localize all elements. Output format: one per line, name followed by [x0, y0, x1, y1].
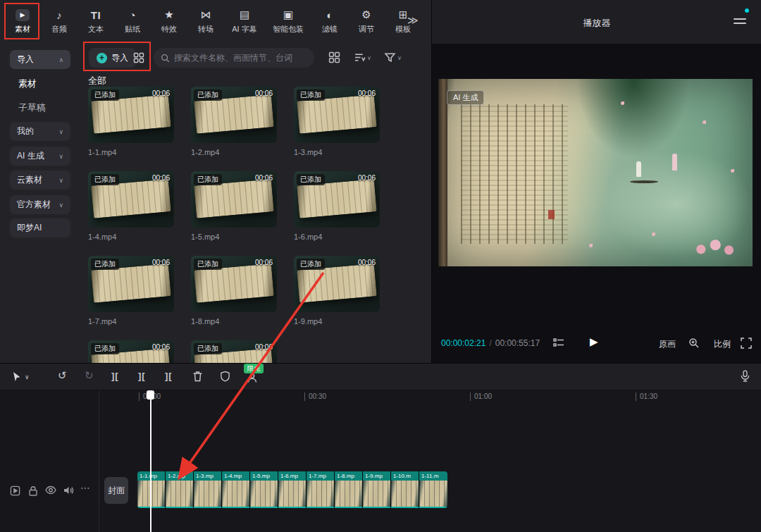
lock-icon[interactable] — [28, 485, 38, 496]
original-quality-button[interactable]: 原画 — [659, 338, 676, 350]
playhead-handle[interactable] — [147, 390, 154, 400]
media-thumbnail[interactable]: 已添加 00:06 — [191, 171, 277, 228]
split-icon[interactable]: ][ — [111, 371, 119, 381]
tab-adjust[interactable]: ⚙ 调节 — [348, 0, 385, 42]
tab-transition[interactable]: ⋈ 转场 — [187, 0, 224, 42]
import-button[interactable]: + 导入 — [89, 48, 136, 68]
timeline-clip[interactable]: 1-3.mp — [194, 471, 222, 508]
timeline-clip[interactable]: 1-6.mp — [278, 471, 307, 508]
media-thumbnail[interactable]: 已添加 00:06 — [294, 171, 380, 228]
media-item[interactable]: 已添加 00:06 1-7.mp4 — [88, 256, 174, 326]
sidebar-item-mine[interactable]: 我的 ∨ — [10, 122, 70, 141]
media-thumbnail[interactable]: 已添加 00:06 — [88, 256, 174, 312]
select-cursor-icon[interactable] — [11, 371, 22, 383]
filter-all-label[interactable]: 全部 — [88, 75, 106, 87]
media-item[interactable]: 已添加 00:06 — [88, 340, 174, 363]
media-item[interactable]: 已添加 00:06 1-4.mp4 — [88, 171, 174, 241]
sidebar-import-header[interactable]: 导入 ∧ — [10, 50, 70, 69]
track-preview-icon[interactable] — [10, 485, 20, 496]
media-item[interactable]: 已添加 00:06 1-1.mp4 — [88, 87, 174, 156]
sidebar-item-jimeng-ai[interactable]: 即梦AI — [10, 218, 70, 237]
template-icon: ⊞ — [399, 8, 408, 22]
playhead-line[interactable] — [150, 392, 151, 532]
media-thumbnail[interactable]: 已添加 00:06 — [294, 256, 380, 312]
tab-filter[interactable]: ◐ 滤镜 — [311, 0, 348, 42]
media-thumbnail[interactable]: 已添加 00:06 — [191, 256, 277, 312]
tab-ai-subtitle[interactable]: ▤ AI 字幕 — [224, 0, 265, 42]
media-item[interactable]: 已添加 00:06 1-3.mp4 — [294, 87, 380, 156]
player-menu-icon[interactable] — [734, 18, 746, 25]
red-seal — [548, 210, 555, 219]
media-thumbnail[interactable]: 已添加 00:06 — [191, 340, 277, 363]
expand-tabs-icon[interactable]: ≫ — [407, 14, 419, 27]
mask-shield-icon[interactable] — [220, 371, 230, 382]
search-input[interactable] — [174, 53, 307, 63]
top-toolbar: ▶ 素材 ♪ 音频 TI 文本 ◔ 贴纸 ★ 特效 ⋈ 转场 ▤ AI 字幕 ▣ — [0, 0, 431, 42]
media-item[interactable]: 已添加 00:06 1-2.mp4 — [191, 87, 277, 156]
mute-speaker-icon[interactable] — [63, 485, 74, 495]
tab-label: AI 字幕 — [232, 24, 256, 35]
delete-right-icon[interactable]: ][ — [165, 371, 173, 381]
video-preview[interactable]: AI 生成 — [438, 79, 753, 266]
timeline-clip[interactable]: 1-4.mp — [222, 471, 250, 508]
media-item[interactable]: 已添加 00:06 1-8.mp4 — [191, 256, 277, 326]
media-filename: 1-3.mp4 — [294, 148, 380, 156]
ratio-button[interactable]: 比例 — [714, 338, 731, 350]
media-item[interactable]: 已添加 00:06 1-6.mp4 — [294, 171, 380, 241]
clip-list-icon[interactable] — [553, 338, 564, 348]
zoom-preview-icon[interactable] — [688, 338, 700, 349]
visibility-eye-icon[interactable] — [45, 485, 56, 495]
timeline-clip[interactable]: 1-9.mp — [363, 471, 391, 508]
cover-button[interactable]: 封面 — [104, 477, 128, 504]
sidebar-item-ai-generate[interactable]: AI 生成 ∨ — [10, 147, 70, 166]
chevron-down-icon[interactable]: ∨ — [25, 373, 30, 381]
grid-view-icon[interactable] — [328, 51, 340, 63]
redo-icon[interactable]: ↻ — [85, 369, 94, 382]
media-thumbnail[interactable]: 已添加 00:06 — [88, 171, 174, 228]
timeline-clip[interactable]: 1-11.m — [419, 471, 447, 508]
play-button[interactable]: ▶ — [590, 335, 598, 348]
media-thumbnail[interactable]: 已添加 00:06 — [294, 87, 380, 143]
search-box[interactable] — [154, 48, 314, 68]
media-item[interactable]: 已添加 00:06 1-5.mp4 — [191, 171, 277, 241]
ai-subtitle-icon: ▤ — [240, 8, 249, 22]
timeline-clip[interactable]: 1-7.mp — [307, 471, 335, 508]
sidebar-item-official-material[interactable]: 官方素材 ∨ — [10, 195, 70, 214]
sidebar-item-subdraft[interactable]: 子草稿 — [18, 101, 46, 114]
chevron-up-icon: ∧ — [58, 56, 63, 63]
timeline-clip[interactable]: 1-2.mp — [166, 471, 194, 508]
undo-icon[interactable]: ↺ — [58, 369, 67, 382]
sidebar-item-cloud-material[interactable]: 云素材 ∨ — [10, 171, 70, 190]
media-filename: 1-6.mp4 — [294, 233, 380, 241]
more-options-icon[interactable]: ⋯ — [80, 482, 90, 493]
media-thumbnail[interactable]: 已添加 00:06 — [88, 87, 174, 143]
tab-sticker[interactable]: ◔ 贴纸 — [114, 0, 151, 42]
fullscreen-icon[interactable] — [741, 338, 752, 349]
timeline-clip[interactable]: 1-10.m — [391, 471, 419, 508]
import-mode-grid-icon[interactable] — [133, 52, 144, 63]
smart-matting-icon[interactable] — [247, 373, 258, 383]
delete-icon[interactable] — [192, 371, 203, 382]
timeline-clip[interactable]: 1-8.mp — [335, 471, 363, 508]
media-thumbnail[interactable]: 已添加 00:06 — [191, 87, 277, 143]
clip-label: 1-7.mp — [307, 471, 334, 481]
media-thumbnail[interactable]: 已添加 00:06 — [88, 340, 174, 363]
media-item[interactable]: 已添加 00:06 1-9.mp4 — [294, 256, 380, 326]
media-item[interactable]: 已添加 00:06 — [191, 340, 277, 363]
tab-effects[interactable]: ★ 特效 — [151, 0, 187, 42]
filter-icon[interactable] — [384, 51, 396, 63]
tab-audio[interactable]: ♪ 音频 — [41, 0, 78, 42]
ruler-mark: 01:30 — [636, 392, 657, 401]
timeline-clip[interactable]: 1-5.mp — [250, 471, 278, 508]
sidebar-item-material[interactable]: 素材 — [18, 78, 37, 90]
record-mic-icon[interactable] — [740, 370, 750, 383]
sidebar-item-label: 即梦AI — [17, 222, 42, 234]
tab-smart-package[interactable]: ▣ 智能包装 — [265, 0, 311, 42]
tab-text[interactable]: TI 文本 — [78, 0, 114, 42]
sort-icon[interactable] — [354, 51, 366, 63]
player-title: 播放器 — [432, 17, 761, 30]
petal — [589, 244, 593, 247]
delete-left-icon[interactable]: ][ — [138, 371, 146, 381]
tab-material[interactable]: ▶ 素材 — [4, 0, 41, 42]
timeline-clip[interactable]: 1-1.mp — [137, 471, 166, 508]
